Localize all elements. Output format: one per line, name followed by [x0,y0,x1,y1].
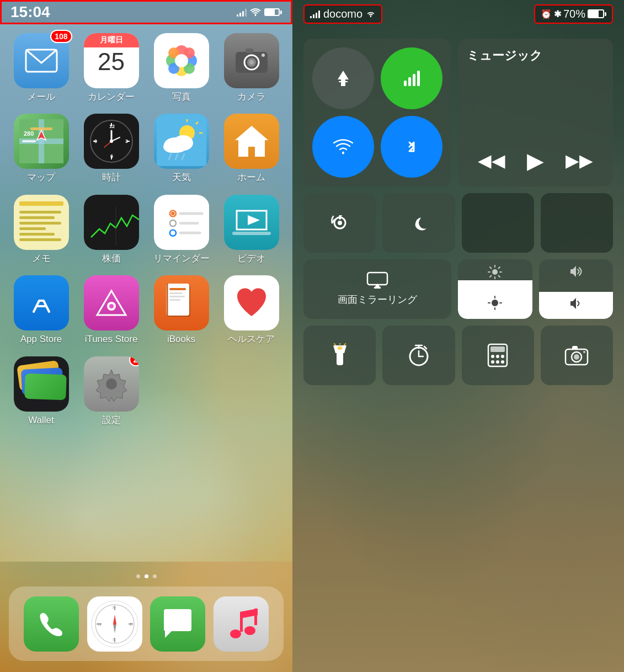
svg-point-9 [175,54,188,67]
clock-label: 時計 [102,172,121,183]
appstore-label: App Store [20,334,62,345]
app-weather[interactable]: 天気 [149,114,214,183]
app-stocks[interactable]: 株価 [79,195,143,264]
cc-wifi-button[interactable] [312,116,374,178]
dock-messages[interactable] [150,596,205,652]
svg-rect-92 [408,77,411,86]
appstore-icon [25,286,58,319]
dock-music[interactable] [214,596,269,652]
reminders-label: リマインダー [153,253,210,264]
svg-rect-101 [374,287,381,289]
wallet-label: Wallet [28,415,54,426]
cc-timer-button[interactable] [382,326,455,385]
app-appstore[interactable]: App Store [9,275,73,345]
app-clock[interactable]: 12 3 6 9 時計 [79,114,143,183]
app-ibooks[interactable]: iBooks [149,275,214,345]
clock-icon: 12 3 6 9 [89,119,134,164]
cc-camera-icon [564,345,589,366]
rotation-icon [330,213,350,233]
cc-screenmirror-button[interactable]: 画面ミラーリング [303,259,451,319]
cc-camera-button[interactable] [541,326,613,385]
cc-brightness-slider[interactable] [458,259,532,319]
page-dot-2 [145,574,148,578]
svg-text:280: 280 [24,130,34,137]
maps-label: マップ [27,172,55,183]
cc-row-1: ミュージック ◀◀ ▶ ▶▶ [303,39,613,186]
cc-toggle-4[interactable] [541,193,613,253]
cc-calculator-button[interactable] [462,326,534,385]
svg-rect-14 [246,49,253,53]
music-next-button[interactable]: ▶▶ [561,146,598,175]
status-time: 15:04 [10,3,50,21]
svg-rect-91 [404,81,407,86]
page-dot-1 [136,574,140,578]
app-video[interactable]: ビデオ [219,195,284,264]
svg-rect-99 [367,273,387,285]
carrier-name: docomo [323,8,362,20]
svg-text:S: S [113,637,115,642]
app-reminders[interactable]: リマインダー [149,195,214,264]
svg-rect-55 [179,222,199,225]
app-wallet[interactable]: Wallet [9,356,73,426]
settings-icon [92,364,131,404]
svg-point-32 [110,140,113,143]
svg-rect-67 [169,292,183,294]
cc-airplane-button[interactable] [312,47,374,109]
cc-row-4 [303,326,613,385]
svg-point-132 [491,355,494,358]
svg-point-86 [230,630,241,638]
cc-torch-button[interactable] [303,326,376,385]
brightness-icon [488,265,502,279]
cc-cellular-button[interactable] [381,47,442,109]
app-itunes[interactable]: iTunes Store [79,275,143,345]
dock-safari[interactable]: N E S W [87,596,142,652]
dock-phone[interactable] [24,596,79,652]
svg-line-110 [490,276,492,278]
mail-label: メール [27,92,55,103]
status-bar-right: docomo ⏰ ✱ 70% [292,0,624,28]
brightness-bottom-icon [488,296,502,310]
cc-bluetooth-button[interactable] [381,116,442,178]
svg-rect-118 [337,352,343,365]
reminders-icon [159,200,209,244]
cc-connectivity-block [303,39,451,186]
cc-rotation-button[interactable] [303,193,376,253]
bt-icon: ✱ [554,9,561,19]
screenmirror-label: 画面ミラーリング [338,294,417,306]
messages-icon [161,607,195,641]
app-home[interactable]: ホーム [219,114,284,183]
music-play-button[interactable]: ▶ [522,143,548,178]
right-panel: docomo ⏰ ✱ 70% [292,0,624,672]
svg-text:N: N [113,605,116,610]
svg-line-109 [499,267,500,269]
screenmirror-icon [366,271,388,289]
calendar-month: 月曜日 [84,33,139,47]
svg-rect-53 [179,212,203,215]
app-memo[interactable]: メモ [9,195,73,264]
app-maps[interactable]: 280 マップ [9,114,73,183]
status-icons [237,8,282,17]
volume-top-icon [568,265,584,278]
battery-icon [264,8,282,16]
music-icon [223,606,259,642]
phone-icon [36,609,67,639]
music-controls: ◀◀ ▶ ▶▶ [467,143,604,178]
svg-rect-69 [169,299,180,301]
svg-point-135 [491,360,494,364]
alarm-icon: ⏰ [541,9,552,19]
app-camera[interactable]: カメラ [219,33,284,103]
cc-donotdisturb-button[interactable] [382,193,455,253]
battery-info: ⏰ ✱ 70% [534,4,613,24]
app-settings[interactable]: 2 設定 [79,356,143,426]
svg-line-123 [344,344,345,345]
cc-volume-slider[interactable] [539,259,614,319]
app-mail[interactable]: 108 メール [9,33,73,103]
music-prev-button[interactable]: ◀◀ [473,146,510,175]
app-calendar[interactable]: 月曜日 25 カレンダー [79,33,143,103]
app-health[interactable]: ヘルスケア [219,275,284,345]
svg-point-87 [244,626,255,635]
svg-marker-116 [570,266,576,277]
moon-icon [409,213,429,233]
app-photos[interactable]: 写真 [149,33,214,103]
cc-toggle-3[interactable] [462,193,534,253]
